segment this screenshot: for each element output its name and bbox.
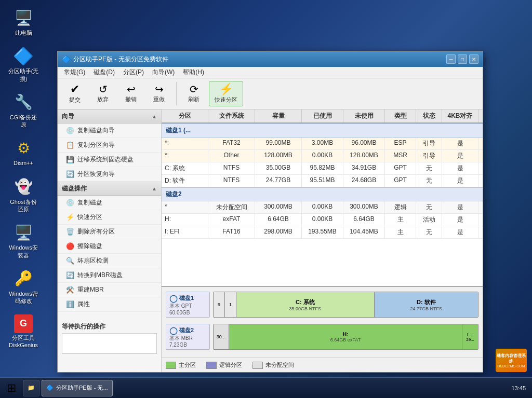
- ghost-icon: 👻: [13, 176, 34, 197]
- td-type: MSR: [385, 150, 416, 162]
- disk1-part-esp[interactable]: 9: [214, 292, 225, 317]
- desktop-icon-win-pwd[interactable]: 🔑 Windows密码修改: [5, 266, 42, 307]
- pending-label: 等待执行的操作: [62, 322, 157, 331]
- copy-disk-label: 复制磁盘: [77, 198, 102, 207]
- maximize-button[interactable]: □: [458, 54, 467, 64]
- start-button[interactable]: ⊞: [2, 380, 21, 396]
- sidebar-quick-partition[interactable]: ⚡ 快速分区: [58, 210, 161, 225]
- menu-general[interactable]: 常规(G): [60, 67, 89, 78]
- quick-partition-label: 快速分区: [215, 96, 237, 104]
- taskbar-partition-assistant[interactable]: 🔷 分区助手PE版 - 无...: [42, 380, 113, 396]
- disk2-visual-row: ◯ 磁盘2 基本 MBR 7.23GB 30...: [166, 322, 478, 351]
- bad-sector-icon: 🔍: [66, 257, 74, 265]
- sidebar-copy-disk-wizard[interactable]: 💿 复制磁盘向导: [58, 123, 161, 138]
- taskbar-file-manager[interactable]: 📁: [23, 380, 39, 396]
- title-bar: 🔷 分区助手PE版 - 无损分区免费软件 ─ □ ✕: [58, 51, 483, 67]
- menu-partition[interactable]: 分区(P): [119, 67, 148, 78]
- table-header: 分区 文件系统 容量 已使用 未使用 类型 状态 4KB对齐: [162, 109, 483, 123]
- disk-ops-collapse-btn[interactable]: ▲: [152, 186, 157, 191]
- table-row[interactable]: * 未分配空间 300.00MB 0.00KB 300.00MB 逻辑 无 是: [162, 201, 483, 214]
- start-icon: ⊞: [7, 381, 16, 395]
- sidebar-copy-partition-wizard[interactable]: 📋 复制分区向导: [58, 138, 161, 153]
- sidebar-migrate-ssd[interactable]: 💾 迁移系统到固态硬盘: [58, 153, 161, 167]
- table-row[interactable]: *: Other 128.00MB 0.00KB 128.00MB MSR 引导…: [162, 150, 483, 162]
- td-fs: FAT32: [208, 138, 255, 149]
- table-row[interactable]: I: EFI FAT16 298.00MB 193.55MB 104.45MB …: [162, 226, 483, 239]
- disk2-info-box: ◯ 磁盘2 基本 MBR 7.23GB: [166, 324, 210, 350]
- sidebar-rebuild-mbr[interactable]: ⚒️ 重建MBR: [58, 283, 161, 297]
- desktop-icon-diskgenius[interactable]: G 分区工具DiskGenius: [5, 312, 42, 351]
- th-free: 未使用: [343, 109, 385, 122]
- td-free: 128.00MB: [343, 150, 385, 162]
- sidebar-delete-all-partitions[interactable]: 🗑️ 删除所有分区: [58, 225, 161, 239]
- td-type: GPT: [385, 162, 416, 174]
- menu-wizard[interactable]: 向导(W): [148, 67, 179, 78]
- desktop-icon-cgi-backup[interactable]: 🔧 CGI备份还原: [5, 90, 42, 131]
- td-type: GPT: [385, 175, 416, 187]
- redo-label: 重做: [153, 95, 165, 103]
- dism-label: Dism++: [14, 159, 33, 167]
- sidebar-properties[interactable]: ℹ️ 属性: [58, 297, 161, 312]
- submit-button[interactable]: ✔ 提交: [62, 81, 88, 106]
- disk2-part-unalloc[interactable]: 30...: [214, 324, 229, 349]
- disk2-part-i[interactable]: I:... 29...: [462, 324, 478, 349]
- wipe-disk-label: 擦除磁盘: [77, 242, 102, 251]
- sidebar-copy-disk[interactable]: 💿 复制磁盘: [58, 196, 161, 210]
- discard-button[interactable]: ↺ 放弃: [90, 81, 116, 106]
- sidebar-recovery-wizard[interactable]: 🔄 分区恢复向导: [58, 167, 161, 182]
- legend-logical-label: 逻辑分区: [219, 361, 242, 369]
- refresh-label: 刷新: [188, 95, 200, 103]
- disk1-part-msr[interactable]: 1: [225, 292, 236, 317]
- undo-label: 撤销: [125, 95, 137, 103]
- th-filesystem: 文件系统: [208, 109, 255, 122]
- td-fs: NTFS: [208, 175, 255, 187]
- menu-disk[interactable]: 磁盘(D): [89, 67, 119, 78]
- close-button[interactable]: ✕: [469, 54, 478, 64]
- disk2-part-h[interactable]: H: 6.64GB exFAT: [229, 324, 462, 349]
- sidebar-wipe-disk[interactable]: 🔴 擦除磁盘: [58, 239, 161, 254]
- bad-sector-label: 坏扇区检测: [77, 256, 109, 265]
- disk1-part-c[interactable]: C: 系统 35.00GB NTFS: [236, 292, 375, 317]
- table-row[interactable]: *: FAT32 99.00MB 3.00MB 96.00MB ESP 引导 是: [162, 138, 483, 150]
- desktop-icon-win-installer[interactable]: 🖥️ Windows安装器: [5, 220, 42, 261]
- watermark-line1: 继客内容管理系统: [496, 353, 527, 364]
- desktop-icon-this-pc[interactable]: 🖥️ 此电脑: [5, 5, 42, 38]
- diskgenius-label: 分区工具DiskGenius: [7, 334, 39, 349]
- recovery-wizard-icon: 🔄: [66, 170, 74, 179]
- table-row[interactable]: H: exFAT 6.64GB 0.00KB 6.64GB 主 活动 是: [162, 214, 483, 226]
- legend-primary: 主分区: [166, 361, 196, 369]
- sidebar-bad-sector[interactable]: 🔍 坏扇区检测: [58, 254, 161, 268]
- disk1-partitions-visual: 9 1 C: 系统 35.00GB NTFS: [213, 292, 478, 318]
- desktop-icon-ghost[interactable]: 👻 Ghost备份还原: [5, 174, 42, 215]
- desktop-icon-partition-assistant[interactable]: 🔷 分区助手(无损): [5, 44, 42, 85]
- migrate-ssd-label: 迁移系统到固态硬盘: [77, 155, 134, 164]
- copy-partition-wizard-icon: 📋: [66, 141, 74, 149]
- desktop-icon-dism[interactable]: ⚙ Dism++: [5, 135, 42, 169]
- sidebar-convert-mbr[interactable]: 🔄 转换到MBR磁盘: [58, 268, 161, 283]
- td-fs: FAT16: [208, 226, 255, 238]
- copy-partition-wizard-label: 复制分区向导: [77, 141, 115, 149]
- td-status: 引导: [416, 150, 442, 162]
- td-free: 300.00MB: [343, 201, 385, 213]
- td-partition: I: EFI: [162, 226, 208, 238]
- disk-ops-section-header: 磁盘操作 ▲: [58, 182, 161, 196]
- redo-button[interactable]: ↪ 重做: [146, 81, 172, 106]
- minimize-button[interactable]: ─: [446, 54, 456, 64]
- quick-partition-button[interactable]: ⚡ 快速分区: [209, 81, 243, 106]
- legend-unalloc-label: 未分配空间: [265, 361, 294, 369]
- undo-button[interactable]: ↩ 撤销: [118, 81, 144, 106]
- menu-help[interactable]: 帮助(H): [179, 67, 208, 78]
- td-size: 298.00MB: [255, 226, 302, 238]
- table-row[interactable]: C: 系统 NTFS 35.00GB 95.82MB 34.91GB GPT 无…: [162, 162, 483, 175]
- td-align: 是: [442, 175, 478, 187]
- td-align: 是: [442, 138, 478, 149]
- td-free: 6.64GB: [343, 214, 385, 226]
- delete-all-icon: 🗑️: [66, 228, 74, 236]
- disk1-part-d[interactable]: D: 软件 24.77GB NTFS: [375, 292, 478, 317]
- disk-ops-label: 磁盘操作: [62, 184, 87, 193]
- wizard-collapse-btn[interactable]: ▲: [152, 114, 157, 119]
- td-size: 99.00MB: [255, 138, 302, 149]
- table-row[interactable]: D: 软件 NTFS 24.77GB 95.51MB 24.68GB GPT 无…: [162, 175, 483, 187]
- refresh-button[interactable]: ⟳ 刷新: [181, 81, 207, 106]
- partition-assistant-icon: 🔷: [13, 46, 34, 66]
